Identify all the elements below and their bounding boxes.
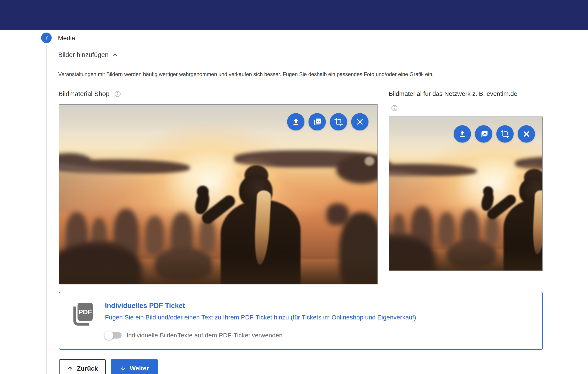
pdf-ticket-panel: PDF Individuelles PDF Ticket Fügen Sie e…: [59, 292, 543, 350]
photo-decor: [197, 186, 209, 198]
next-button[interactable]: Weiter: [111, 359, 158, 374]
remove-image-button[interactable]: [351, 113, 368, 131]
pdf-toggle-label: Individuelle Bilder/Texte auf dem PDF-Ti…: [126, 332, 283, 339]
pdf-ticket-description: Fügen Sie ein Bild und/oder einen Text z…: [105, 314, 416, 321]
shop-image-label-row: Bildmaterial Shop: [58, 90, 121, 98]
crop-icon: [501, 130, 510, 139]
app-header-bar: [0, 0, 588, 30]
media-step-page: 7 Media Bilder hinzufügen Veranstaltunge…: [0, 0, 588, 374]
upload-icon: [291, 117, 300, 126]
crop-icon: [334, 117, 343, 126]
shop-image-actions: [287, 113, 368, 131]
pdf-ticket-title: Individuelles PDF Ticket: [105, 302, 185, 310]
pdf-ticket-toggle[interactable]: [105, 332, 122, 339]
photo-library-icon: [313, 117, 322, 126]
photo-decor: [59, 255, 378, 284]
toggle-knob[interactable]: [105, 331, 114, 340]
event-photo: [59, 105, 378, 284]
network-image-actions: [454, 125, 535, 142]
info-icon[interactable]: [114, 91, 121, 97]
network-image-label: Bildmaterial für das Netzwerk z. B. even…: [389, 90, 517, 97]
shop-image-label: Bildmaterial Shop: [58, 90, 109, 98]
upload-button[interactable]: [287, 113, 304, 131]
close-icon: [356, 117, 364, 126]
step-number: 7: [45, 35, 48, 41]
step-title: Media: [58, 35, 75, 42]
step-indicator: 7: [41, 32, 52, 43]
svg-text:PDF: PDF: [78, 308, 92, 316]
crop-button[interactable]: [496, 125, 514, 142]
photo-decor: [326, 203, 349, 225]
pdf-document-icon: PDF: [72, 302, 94, 326]
photo-decor: [145, 216, 164, 255]
upload-icon: [458, 130, 467, 139]
info-icon[interactable]: [391, 105, 398, 111]
section-title: Bilder hinzufügen: [58, 51, 108, 59]
shop-image-preview[interactable]: [59, 104, 378, 284]
photo-library-button[interactable]: [308, 113, 326, 131]
back-button[interactable]: Zurück: [59, 359, 106, 374]
chevron-up-icon[interactable]: [112, 52, 118, 58]
pdf-toggle-row: Individuelle Bilder/Texte auf dem PDF-Ti…: [105, 332, 283, 339]
photo-decor: [483, 186, 494, 197]
upload-button[interactable]: [454, 125, 471, 142]
back-button-label: Zurück: [77, 365, 98, 372]
close-icon: [522, 130, 531, 139]
photo-library-icon: [479, 130, 488, 139]
crop-button[interactable]: [330, 113, 347, 131]
photo-decor: [365, 157, 374, 166]
network-image-label-row: Bildmaterial für das Netzwerk z. B. even…: [389, 90, 517, 97]
arrow-up-icon: [67, 365, 73, 372]
remove-image-button[interactable]: [518, 125, 535, 142]
next-button-label: Weiter: [130, 365, 149, 372]
photo-library-button[interactable]: [475, 125, 492, 142]
photo-decor: [438, 212, 455, 246]
section-collapse-header[interactable]: Bilder hinzufügen: [58, 51, 118, 59]
photo-decor: [389, 246, 543, 271]
arrow-down-icon: [120, 365, 126, 372]
network-image-preview[interactable]: [389, 117, 543, 271]
stepper-connector-line: [46, 44, 47, 374]
section-description: Veranstaltungen mit Bildern werden häufi…: [58, 71, 530, 77]
